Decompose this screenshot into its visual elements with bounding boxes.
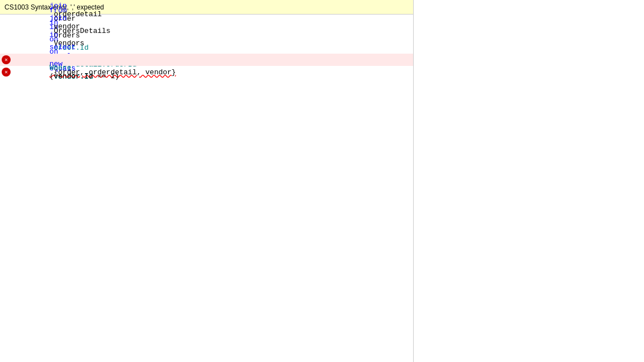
line-content-5: Where (vendor.Id == 1) bbox=[12, 55, 413, 89]
ident-vendor: vendor bbox=[49, 22, 84, 31]
ident-where: Where bbox=[49, 64, 71, 72]
editor-container: CS1003 Syntax error, ',' expected from o… bbox=[0, 0, 414, 362]
keyword-join-2: join bbox=[49, 14, 67, 22]
keyword-select: select bbox=[49, 43, 75, 51]
code-line-5: ✕ Where (vendor.Id == 1) bbox=[0, 66, 413, 78]
line-gutter-5: ✕ bbox=[0, 68, 12, 77]
error-icon-5[interactable]: ✕ bbox=[2, 68, 11, 77]
ident-where-args: (vendor.Id == 1) bbox=[49, 72, 119, 80]
line-gutter-4: ✕ bbox=[0, 55, 12, 64]
error-icon-4[interactable]: ✕ bbox=[2, 55, 11, 64]
code-area: from order in Orders join orderdetail in… bbox=[0, 15, 413, 80]
